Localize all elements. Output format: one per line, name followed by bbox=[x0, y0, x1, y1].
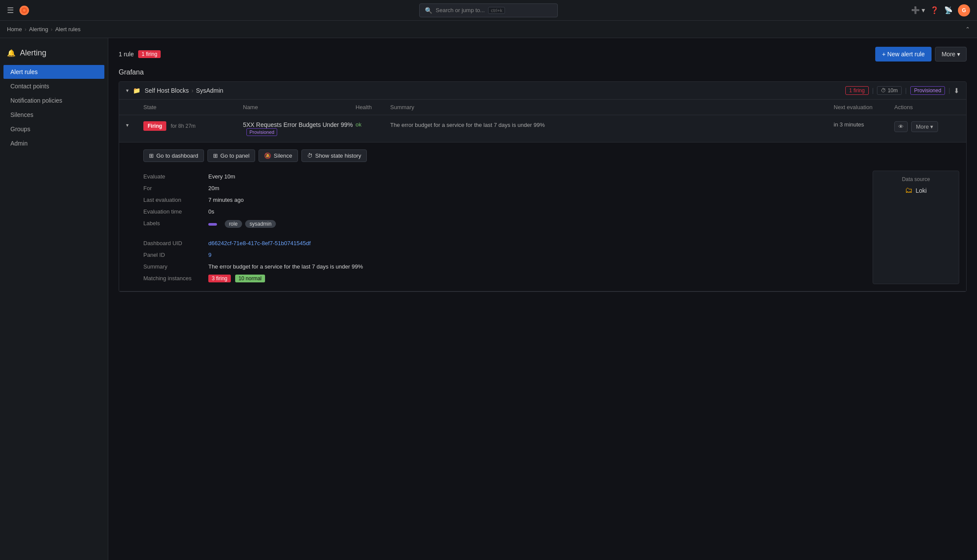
breadcrumb-home[interactable]: Home bbox=[7, 26, 22, 32]
state-history-button[interactable]: ⏱ Show state history bbox=[301, 149, 367, 162]
page-header-right: + New alert rule More ▾ bbox=[875, 47, 967, 62]
breadcrumb-sep-1: › bbox=[25, 26, 26, 32]
for-label: For bbox=[143, 182, 208, 194]
firing-count-badge[interactable]: 1 firing bbox=[138, 50, 161, 58]
dashboard-uid-link[interactable]: d66242cf-71e8-417c-8ef7-51b0741545df bbox=[208, 240, 311, 246]
col-health: Health bbox=[356, 104, 390, 110]
datasource-label: Data source bbox=[878, 176, 954, 182]
sidebar-item-notification-policies[interactable]: Notification policies bbox=[3, 94, 104, 107]
panel-id-value: 9 bbox=[208, 249, 866, 261]
new-alert-rule-button[interactable]: + New alert rule bbox=[875, 47, 932, 62]
hamburger-menu[interactable]: ☰ bbox=[7, 6, 14, 15]
for-row: For 20m bbox=[143, 182, 866, 194]
notifications-icon[interactable]: 📡 bbox=[944, 6, 953, 14]
group-interval-badge: ⏱ 10m bbox=[877, 86, 902, 95]
go-to-dashboard-button[interactable]: ⊞ Go to dashboard bbox=[143, 149, 204, 162]
summary-value: The error budget for a service for the l… bbox=[208, 261, 866, 272]
last-eval-value: 7 minutes ago bbox=[208, 194, 866, 206]
alert-icon: 🔔 bbox=[7, 49, 16, 57]
svg-point-2 bbox=[23, 9, 26, 12]
breadcrumb-alerting[interactable]: Alerting bbox=[29, 26, 48, 32]
label-role: role bbox=[225, 220, 242, 228]
sidebar-item-groups[interactable]: Groups bbox=[3, 122, 104, 136]
page-header: 1 rule 1 firing + New alert rule More ▾ bbox=[119, 47, 967, 62]
rule-health: ok bbox=[356, 121, 390, 128]
sidebar-title: 🔔 Alerting bbox=[0, 45, 108, 65]
col-expand bbox=[126, 104, 143, 110]
more-button[interactable]: More ▾ bbox=[935, 47, 967, 62]
collapse-icon[interactable]: ⌃ bbox=[965, 26, 970, 32]
folder-icon: 📁 bbox=[133, 87, 140, 94]
summary-row: Summary The error budget for a service f… bbox=[143, 261, 866, 272]
dashboard-uid-row: Dashboard UID d66242cf-71e8-417c-8ef7-51… bbox=[143, 237, 866, 249]
labels-row: Labels role sysadmin bbox=[143, 217, 866, 230]
breadcrumb: Home › Alerting › Alert rules ⌃ bbox=[0, 21, 977, 38]
group-provisioned-badge: Provisioned bbox=[910, 86, 945, 95]
state-duration: for 8h 27m bbox=[171, 123, 195, 129]
top-nav-right: ➕ ▾ ❓ 📡 G bbox=[911, 4, 970, 16]
silence-button[interactable]: 🔕 Silence bbox=[259, 149, 298, 162]
row-expand[interactable] bbox=[126, 121, 143, 128]
panel-id-label: Panel ID bbox=[143, 249, 208, 261]
labels-value: role sysadmin bbox=[208, 217, 866, 230]
sidebar-item-admin[interactable]: Admin bbox=[3, 136, 104, 150]
top-nav: ☰ 🔍 Search or jump to... ctrl+k ➕ ▾ ❓ 📡 … bbox=[0, 0, 977, 21]
sidebar-item-alert-rules[interactable]: Alert rules bbox=[3, 65, 104, 79]
rule-more-button[interactable]: More ▾ bbox=[911, 121, 938, 132]
loki-icon: 🗂 bbox=[905, 186, 913, 195]
search-icon: 🔍 bbox=[425, 7, 432, 14]
panel-id-row: Panel ID 9 bbox=[143, 249, 866, 261]
breadcrumb-sep-2: › bbox=[51, 26, 52, 32]
rule-row-main: Firing for 8h 27m 5XX Requests Error Bud… bbox=[119, 115, 966, 142]
evaluate-value: Every 10m bbox=[208, 171, 866, 182]
help-icon[interactable]: ❓ bbox=[930, 6, 939, 14]
silence-icon: 🔕 bbox=[264, 152, 271, 159]
group-firing-badge[interactable]: 1 firing bbox=[845, 86, 869, 95]
last-eval-row: Last evaluation 7 minutes ago bbox=[143, 194, 866, 206]
rule-group: 📁 Self Host Blocks › SysAdmin 1 firing |… bbox=[119, 81, 967, 292]
panel-icon: ⊞ bbox=[213, 152, 218, 159]
rule-next-eval: in 3 minutes bbox=[834, 121, 894, 128]
user-avatar[interactable]: G bbox=[958, 4, 970, 16]
page-header-left: 1 rule 1 firing bbox=[119, 50, 161, 58]
provisioned-badge: Provisioned bbox=[246, 128, 277, 136]
rule-state-cell: Firing for 8h 27m bbox=[143, 121, 243, 131]
sidebar-item-contact-points[interactable]: Contact points bbox=[3, 79, 104, 93]
rule-row: Firing for 8h 27m 5XX Requests Error Bud… bbox=[119, 115, 966, 291]
evaluate-row: Evaluate Every 10m bbox=[143, 171, 866, 182]
go-to-panel-button[interactable]: ⊞ Go to panel bbox=[207, 149, 255, 162]
matching-firing-badge: 3 firing bbox=[208, 275, 231, 282]
panel-id-link[interactable]: 9 bbox=[208, 252, 211, 258]
eval-time-value: 0s bbox=[208, 206, 866, 217]
datasource-box: Data source 🗂 Loki bbox=[873, 171, 959, 284]
history-icon: ⏱ bbox=[307, 152, 313, 159]
eval-time-label: Evaluation time bbox=[143, 206, 208, 217]
global-search[interactable]: 🔍 Search or jump to... ctrl+k bbox=[419, 3, 558, 17]
rule-group-path: Self Host Blocks › SysAdmin bbox=[145, 87, 223, 94]
view-rule-button[interactable]: 👁 bbox=[894, 121, 908, 132]
evaluate-label: Evaluate bbox=[143, 171, 208, 182]
group-chevron[interactable] bbox=[126, 87, 129, 94]
add-icon[interactable]: ➕ ▾ bbox=[911, 6, 925, 14]
app-logo[interactable] bbox=[17, 3, 31, 17]
quick-actions: ⊞ Go to dashboard ⊞ Go to panel 🔕 Silenc… bbox=[143, 149, 959, 162]
search-placeholder: Search or jump to... bbox=[436, 7, 485, 13]
last-eval-label: Last evaluation bbox=[143, 194, 208, 206]
label-sysadmin: sysadmin bbox=[245, 220, 276, 228]
summary-label: Summary bbox=[143, 261, 208, 272]
col-state: State bbox=[143, 104, 243, 110]
search-shortcut: ctrl+k bbox=[488, 7, 505, 14]
section-title: Grafana bbox=[119, 68, 967, 76]
app-body: 🔔 Alerting Alert rules Contact points No… bbox=[0, 38, 977, 560]
download-icon[interactable]: ⬇ bbox=[954, 87, 959, 95]
datasource-name: 🗂 Loki bbox=[878, 186, 954, 195]
for-value: 20m bbox=[208, 182, 866, 194]
rule-group-header: 📁 Self Host Blocks › SysAdmin 1 firing |… bbox=[119, 82, 966, 100]
detail-left: Evaluate Every 10m For 20m Last evaluati… bbox=[143, 171, 866, 284]
main-content: 1 rule 1 firing + New alert rule More ▾ … bbox=[108, 38, 977, 560]
col-actions: Actions bbox=[894, 104, 959, 110]
sidebar-item-silences[interactable]: Silences bbox=[3, 108, 104, 122]
matching-normal-badge: 10 normal bbox=[235, 275, 265, 282]
rule-group-badges: 1 firing | ⏱ 10m | Provisioned | ⬇ bbox=[845, 86, 959, 95]
rule-summary: The error budget for a service for the l… bbox=[390, 121, 834, 129]
